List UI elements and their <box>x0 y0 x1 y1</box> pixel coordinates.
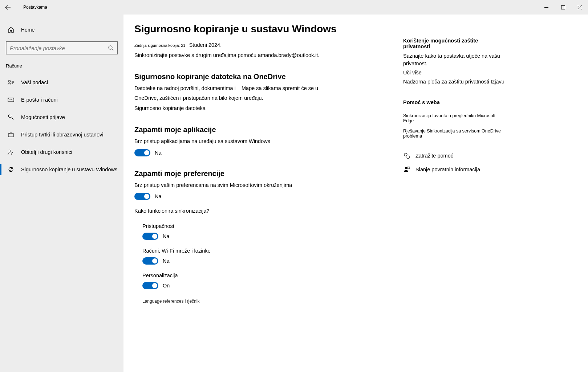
sidebar-item-backup[interactable]: Sigurnosno kopiranje u sustavu Windows <box>0 161 123 178</box>
help-icon <box>403 152 410 159</box>
page-title: Sigurnosno kopiranje u sustavu Windows <box>134 23 378 35</box>
onedrive-desc-1a: Datoteke na radnoj površini, dokumentima… <box>134 85 236 91</box>
maximize-button[interactable] <box>555 0 571 15</box>
pref-passwords-state: Na <box>163 258 170 264</box>
home-icon <box>7 26 15 33</box>
svg-point-8 <box>406 155 410 159</box>
apps-section-title: Zapamti moje aplikacije <box>134 126 378 134</box>
sidebar-item-your-info[interactable]: Vaši podaci <box>0 74 123 91</box>
main-content: Sigurnosno kopiranje u sustavu Windows Z… <box>123 15 588 372</box>
close-icon <box>578 5 582 9</box>
feedback-icon <box>403 166 410 173</box>
pref-accessibility-label: Pristupačnost <box>142 223 378 229</box>
last-backup-prefix: Zadnja sigurnosna kopija: 21 <box>134 43 186 48</box>
sync-icon <box>7 166 15 173</box>
prefs-toggle-state: Na <box>155 193 162 199</box>
svg-rect-10 <box>407 167 410 169</box>
person-card-icon <box>7 79 15 86</box>
privacy-title: Korištenje mogućnosti zaštite privatnost… <box>403 38 505 49</box>
webhelp-link-onedrive[interactable]: Rješavanje Sinkronizacija sa servisom On… <box>403 128 505 139</box>
minimize-button[interactable] <box>538 0 555 15</box>
svg-point-1 <box>109 46 112 49</box>
sidebar-home-label: Home <box>21 27 35 33</box>
pref-accessibility-toggle[interactable] <box>142 233 158 240</box>
get-help-label: Zatražite pomoć <box>415 153 453 159</box>
apps-toggle-state: Na <box>155 150 162 156</box>
people-icon <box>7 149 15 155</box>
pref-passwords-toggle[interactable] <box>142 257 158 265</box>
sidebar-section-label: Računе <box>0 61 123 74</box>
pref-passwords-label: Računi, Wi-Fi mreže i lozinke <box>142 248 378 254</box>
last-backup-date: Studeni 2024. <box>189 42 222 48</box>
briefcase-icon <box>7 131 15 138</box>
back-button[interactable] <box>0 0 16 15</box>
window-title: Postavkama <box>23 5 47 10</box>
sidebar-item-email[interactable]: E-pošta i računi <box>0 91 123 109</box>
apps-desc: Brz pristup aplikacijama na uređaju sa s… <box>134 138 378 146</box>
svg-point-6 <box>9 150 11 152</box>
titlebar: Postavkama <box>0 0 588 15</box>
maximize-icon <box>561 5 565 9</box>
onedrive-backup-link[interactable]: Sigurnosno kopiranje datoteka <box>134 105 378 113</box>
sidebar-item-label: Mogućnosti prijave <box>21 114 65 120</box>
sidebar-home[interactable]: Home <box>0 22 123 38</box>
sidebar-item-label: E-pošta i računi <box>21 97 58 103</box>
prefs-toggle[interactable] <box>134 193 150 200</box>
close-button[interactable] <box>571 0 588 15</box>
how-sync-works-link[interactable]: Kako funkcionira sinkronizacija? <box>134 207 378 215</box>
sidebar-item-label: Pristup tvrtki ili obrazovnoj ustanovi <box>21 132 103 138</box>
onedrive-desc-2: OneDrive, zaštićen i pristupačan na bilo… <box>134 94 378 102</box>
search-icon <box>108 45 114 51</box>
sidebar-item-signin[interactable]: Mogućnosti prijave <box>0 109 123 126</box>
webhelp-title: Pomoć s weba <box>403 99 505 105</box>
feedback-link[interactable]: Slanje povratnih informacija <box>403 166 505 173</box>
apps-toggle[interactable] <box>134 149 150 156</box>
sidebar-item-label: Vaši podaci <box>21 79 48 85</box>
key-icon <box>7 114 15 120</box>
privacy-desc: Saznajte kako ta postavka utječe na vašu… <box>403 52 505 68</box>
pref-language-label: Language references i rječnik <box>142 299 378 304</box>
privacy-learn-more-link[interactable]: Uči više <box>403 69 505 77</box>
feedback-label: Slanje povratnih informacija <box>415 167 480 172</box>
get-help-link[interactable]: Zatražite pomoć <box>403 152 505 159</box>
pref-personalization-toggle[interactable] <box>142 282 158 289</box>
sidebar-item-work[interactable]: Pristup tvrtki ili obrazovnoj ustanovi <box>0 126 123 143</box>
sync-account-text: Sinkronizirajte postavke s drugim uređaj… <box>134 52 378 60</box>
svg-rect-0 <box>561 5 565 9</box>
svg-rect-5 <box>8 134 13 137</box>
pref-personalization-state: On <box>163 283 170 289</box>
sidebar-item-label: Sigurnosno kopiranje u sustavu Windows <box>21 167 117 172</box>
onedrive-section-title: Sigurnosno kopiranje datoteka na OneDriv… <box>134 73 378 81</box>
prefs-section-title: Zapamti moje preferencije <box>134 169 378 178</box>
mail-icon <box>7 97 15 103</box>
svg-point-4 <box>8 115 11 118</box>
webhelp-link-edge[interactable]: Sinkronizacija favorita u pregledniku Mi… <box>403 113 505 123</box>
arrow-left-icon <box>5 4 11 10</box>
svg-point-9 <box>405 167 407 169</box>
pref-accessibility-state: Na <box>163 233 170 239</box>
search-input[interactable] <box>10 45 108 51</box>
search-box[interactable] <box>6 41 118 54</box>
svg-point-2 <box>8 80 11 82</box>
sidebar-item-family[interactable]: Obitelj i drugi korisnici <box>0 143 123 161</box>
sidebar-item-label: Obitelj i drugi korisnici <box>21 149 72 155</box>
pref-personalization-label: Personalizacija <box>142 273 378 278</box>
onedrive-desc-1b: Mape sa slikama spremit će se u <box>242 85 318 91</box>
prefs-desc: Brz pristup vašim preferencama na svim M… <box>134 181 378 189</box>
minimize-icon <box>544 5 548 9</box>
sidebar: Home Računе Vaši podaci E-pošta i računi… <box>0 15 123 372</box>
privacy-dashboard-link[interactable]: Nadzorna ploča za zaštitu privatnosti Iz… <box>403 78 505 86</box>
